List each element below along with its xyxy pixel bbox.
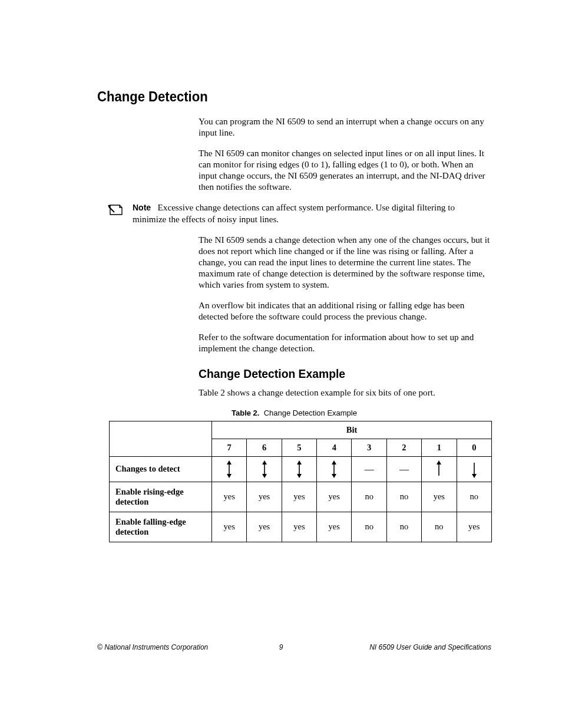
svg-marker-15 xyxy=(472,474,477,478)
table-cell: yes xyxy=(212,512,247,542)
table-cell: no xyxy=(386,512,421,542)
subsection-heading: Change Detection Example xyxy=(199,367,468,381)
table-caption: Table 2. Change Detection Example xyxy=(97,409,491,417)
body-paragraph: The NI 6509 can monitor changes on selec… xyxy=(199,147,493,192)
page-footer: © National Instruments Corporation 9 NI … xyxy=(0,643,562,651)
row-label: Changes to detect xyxy=(110,456,212,482)
body-paragraph: An overflow bit indicates that an additi… xyxy=(199,299,493,322)
table-cell xyxy=(212,456,247,482)
svg-marker-5 xyxy=(262,474,267,478)
table-corner xyxy=(110,421,212,456)
table-cell xyxy=(457,456,491,482)
bit-header: 1 xyxy=(422,439,457,456)
row-label: Enable rising-edge detection xyxy=(110,482,212,512)
section-heading: Change Detection xyxy=(97,88,459,105)
bit-header: 4 xyxy=(317,439,352,456)
note-icon xyxy=(97,202,133,219)
svg-marker-13 xyxy=(437,460,441,465)
table-cell xyxy=(282,456,316,482)
body-paragraph: Refer to the software documentation for … xyxy=(199,331,493,354)
table-row: Changes to detect—— xyxy=(110,456,492,482)
table-cell: no xyxy=(352,482,386,512)
table-cell: no xyxy=(386,482,421,512)
table-cell: no xyxy=(352,512,386,542)
table-cell: yes xyxy=(317,482,352,512)
table-cell xyxy=(317,456,352,482)
table-cell: yes xyxy=(247,512,282,542)
table-cell: no xyxy=(457,482,491,512)
svg-marker-1 xyxy=(227,460,232,465)
table-cell: yes xyxy=(422,482,457,512)
bit-header: 3 xyxy=(352,439,386,456)
body-paragraph: Table 2 shows a change detection example… xyxy=(199,387,493,398)
table-row: Enable falling-edge detectionyesyesyesye… xyxy=(110,512,492,542)
table-cell: yes xyxy=(282,512,316,542)
bit-header: 2 xyxy=(386,439,421,456)
table-cell: yes xyxy=(247,482,282,512)
table-cell: no xyxy=(422,512,457,542)
bit-header: 7 xyxy=(212,439,247,456)
row-label: Enable falling-edge detection xyxy=(110,512,212,542)
body-paragraph: You can program the NI 6509 to send an i… xyxy=(199,116,493,138)
svg-marker-10 xyxy=(332,460,336,465)
bit-header: 0 xyxy=(457,439,491,456)
bit-header: 6 xyxy=(247,439,282,456)
table-cell: yes xyxy=(317,512,352,542)
svg-marker-2 xyxy=(227,474,232,478)
table-cell: yes xyxy=(282,482,316,512)
change-detection-table: Bit 76543210 Changes to detect——Enable r… xyxy=(109,421,492,542)
svg-marker-8 xyxy=(297,474,302,478)
table-cell: yes xyxy=(457,512,491,542)
table-cell: — xyxy=(352,456,386,482)
table-cell xyxy=(247,456,282,482)
table-row: Enable rising-edge detectionyesyesyesyes… xyxy=(110,482,492,512)
note-body: Excessive change detections can affect s… xyxy=(133,202,455,224)
bit-header: 5 xyxy=(282,439,316,456)
footer-page-number: 9 xyxy=(0,643,562,651)
note-text: Note Excessive change detections can aff… xyxy=(133,202,491,225)
body-paragraph: The NI 6509 sends a change detection whe… xyxy=(199,234,493,290)
svg-marker-4 xyxy=(262,460,267,465)
table-caption-label: Table 2. xyxy=(232,409,259,417)
note-label: Note xyxy=(133,203,151,212)
table-cell xyxy=(422,456,457,482)
svg-marker-7 xyxy=(297,460,302,465)
svg-marker-11 xyxy=(332,474,336,478)
table-cell: — xyxy=(386,456,421,482)
table-cell: yes xyxy=(212,482,247,512)
table-group-header: Bit xyxy=(212,421,492,439)
table-caption-text: Change Detection Example xyxy=(264,409,357,417)
note-block: Note Excessive change detections can aff… xyxy=(97,202,491,225)
